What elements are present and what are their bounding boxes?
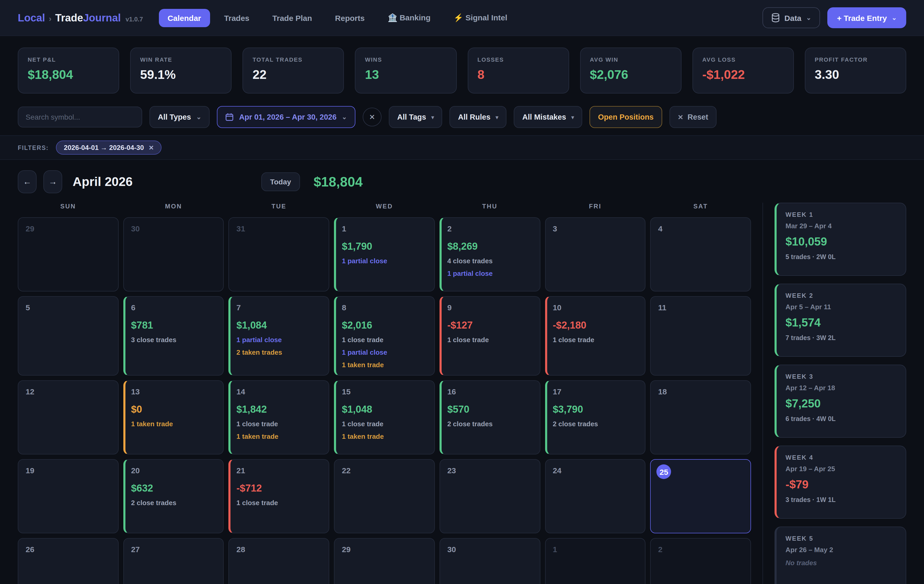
tags-filter-select[interactable]: All Tags ▾	[389, 106, 442, 128]
day-taken-trades-line: 1 taken trade	[342, 361, 427, 369]
week-date-range: Apr 5 – Apr 11	[785, 303, 897, 311]
week-summary-card-week-4[interactable]: WEEK 4Apr 19 – Apr 25-$793 trades · 1W 1…	[774, 446, 906, 519]
date-filter-chip[interactable]: 2026-04-01 → 2026-04-30 ✕	[56, 140, 162, 155]
chevron-down-icon: ⌄	[342, 114, 347, 120]
day-number: 20	[131, 466, 216, 475]
day-cell-31-adjacent[interactable]: 31	[229, 217, 329, 291]
rules-filter-select[interactable]: All Rules ▾	[450, 106, 507, 128]
nav-item-trade-plan[interactable]: Trade Plan	[263, 8, 321, 27]
app-logo: Local › TradeJournal v1.0.7	[18, 12, 143, 24]
dow-tue: TUE	[229, 203, 329, 210]
day-number: 26	[26, 545, 111, 554]
open-positions-button[interactable]: Open Positions	[590, 106, 662, 128]
prev-month-button[interactable]: ←	[18, 170, 36, 193]
day-cell-10[interactable]: 10-$2,1801 close trade	[545, 296, 645, 375]
day-cell-7[interactable]: 7$1,0841 partial close2 taken trades	[229, 296, 329, 375]
day-cell-21[interactable]: 21-$7121 close trade	[229, 459, 329, 533]
day-cell-30[interactable]: 30	[439, 538, 540, 584]
stat-label: PROFIT FACTOR	[815, 56, 896, 63]
day-partial-trades-line: 1 partial close	[342, 257, 427, 265]
search-input[interactable]	[18, 107, 142, 127]
week-summary-card-week-2[interactable]: WEEK 2Apr 5 – Apr 11$1,5747 trades · 3W …	[774, 284, 906, 357]
day-number: 13	[131, 387, 216, 396]
day-cell-1[interactable]: 1$1,7901 partial close	[334, 217, 434, 291]
day-cell-18[interactable]: 18	[650, 380, 751, 454]
day-cell-27[interactable]: 27	[123, 538, 224, 584]
day-cell-29-adjacent[interactable]: 29	[18, 217, 118, 291]
week-stats: 3 trades · 1W 1L	[785, 496, 897, 503]
day-number: 7	[236, 303, 322, 312]
nav-item-calendar[interactable]: Calendar	[158, 8, 210, 27]
week-summary-card-week-1[interactable]: WEEK 1Mar 29 – Apr 4$10,0595 trades · 2W…	[774, 203, 906, 276]
week-summary-card-week-5[interactable]: WEEK 5Apr 26 – May 2No trades	[774, 526, 906, 584]
day-pnl: $1,842	[236, 404, 322, 415]
reset-filters-button[interactable]: ✕ Reset	[669, 106, 716, 128]
stat-value: 3.30	[815, 67, 896, 82]
mistakes-filter-select[interactable]: All Mistakes ▾	[514, 106, 582, 128]
day-cell-13[interactable]: 13$01 taken trade	[123, 380, 224, 454]
day-cell-23[interactable]: 23	[439, 459, 540, 533]
nav-item-banking[interactable]: 🏦 Banking	[379, 8, 439, 27]
day-cell-29[interactable]: 29	[334, 538, 434, 584]
trade-entry-button[interactable]: + Trade Entry ⌄	[828, 7, 906, 28]
day-pnl: $3,790	[553, 404, 638, 415]
day-taken-trades-line: 1 taken trade	[236, 433, 322, 440]
day-pnl: -$127	[447, 320, 532, 331]
week-pnl: $10,059	[785, 235, 897, 248]
day-cell-15[interactable]: 15$1,0481 close trade1 taken trade	[334, 380, 434, 454]
dow-fri: FRI	[545, 203, 645, 210]
day-cell-25[interactable]: 25	[650, 459, 751, 533]
day-cell-4[interactable]: 4	[650, 217, 751, 291]
day-cell-28[interactable]: 28	[229, 538, 329, 584]
day-taken-trades-line: 1 taken trade	[131, 420, 216, 428]
nav-item-reports[interactable]: Reports	[326, 8, 373, 27]
week-stats: 6 trades · 4W 0L	[785, 415, 897, 423]
data-menu-button[interactable]: Data ⌄	[762, 7, 820, 28]
week-date-range: Apr 19 – Apr 25	[785, 465, 897, 473]
day-cell-5[interactable]: 5	[18, 296, 118, 375]
day-cell-9[interactable]: 9-$1271 close trade	[439, 296, 540, 375]
day-cell-6[interactable]: 6$7813 close trades	[123, 296, 224, 375]
day-cell-19[interactable]: 19	[18, 459, 118, 533]
day-cell-22[interactable]: 22	[334, 459, 434, 533]
day-partial-trades-line: 1 partial close	[447, 270, 532, 277]
day-cell-30-adjacent[interactable]: 30	[123, 217, 224, 291]
day-cell-16[interactable]: 16$5702 close trades	[439, 380, 540, 454]
day-cell-24[interactable]: 24	[545, 459, 645, 533]
close-icon[interactable]: ✕	[148, 144, 154, 151]
day-number: 29	[342, 545, 427, 554]
day-number: 31	[236, 224, 322, 233]
day-cell-8[interactable]: 8$2,0161 close trade1 partial close1 tak…	[334, 296, 434, 375]
nav-item-signal-intel[interactable]: ⚡ Signal Intel	[445, 8, 516, 27]
next-month-button[interactable]: →	[43, 170, 62, 193]
chevron-down-icon: ⌄	[806, 15, 811, 21]
nav-item-trades[interactable]: Trades	[215, 8, 259, 27]
day-cell-2-adjacent[interactable]: 2	[650, 538, 751, 584]
day-cell-2[interactable]: 2$8,2694 close trades1 partial close	[439, 217, 540, 291]
day-cell-1-adjacent[interactable]: 1	[545, 538, 645, 584]
day-number: 22	[342, 466, 427, 475]
today-button[interactable]: Today	[261, 173, 300, 191]
day-pnl: -$712	[236, 483, 322, 494]
day-pnl: $781	[131, 320, 216, 331]
day-cell-20[interactable]: 20$6322 close trades	[123, 459, 224, 533]
day-cell-11[interactable]: 11	[650, 296, 751, 375]
day-partial-trades-line: 1 partial close	[342, 349, 427, 356]
clear-date-button[interactable]: ✕	[363, 108, 381, 127]
day-cell-17[interactable]: 17$3,7902 close trades	[545, 380, 645, 454]
day-close-trades-line: 1 close trade	[342, 336, 427, 344]
week-no-trades: No trades	[785, 559, 897, 567]
stat-label: AVG WIN	[590, 56, 671, 63]
date-range-button[interactable]: Apr 01, 2026 – Apr 30, 2026 ⌄	[217, 106, 355, 128]
day-cell-26[interactable]: 26	[18, 538, 118, 584]
type-filter-select[interactable]: All Types ⌄	[150, 106, 210, 128]
stat-card-avg-win: AVG WIN$2,076	[580, 48, 681, 94]
day-cell-12[interactable]: 12	[18, 380, 118, 454]
stat-card-win-rate: WIN RATE59.1%	[130, 48, 231, 94]
week-summary-card-week-3[interactable]: WEEK 3Apr 12 – Apr 18$7,2506 trades · 4W…	[774, 365, 906, 438]
header-actions: Data ⌄ + Trade Entry ⌄	[762, 7, 906, 28]
day-cell-14[interactable]: 14$1,8421 close trade1 taken trade	[229, 380, 329, 454]
week-pnl: $1,574	[785, 316, 897, 330]
day-cell-3[interactable]: 3	[545, 217, 645, 291]
database-icon	[771, 13, 780, 23]
